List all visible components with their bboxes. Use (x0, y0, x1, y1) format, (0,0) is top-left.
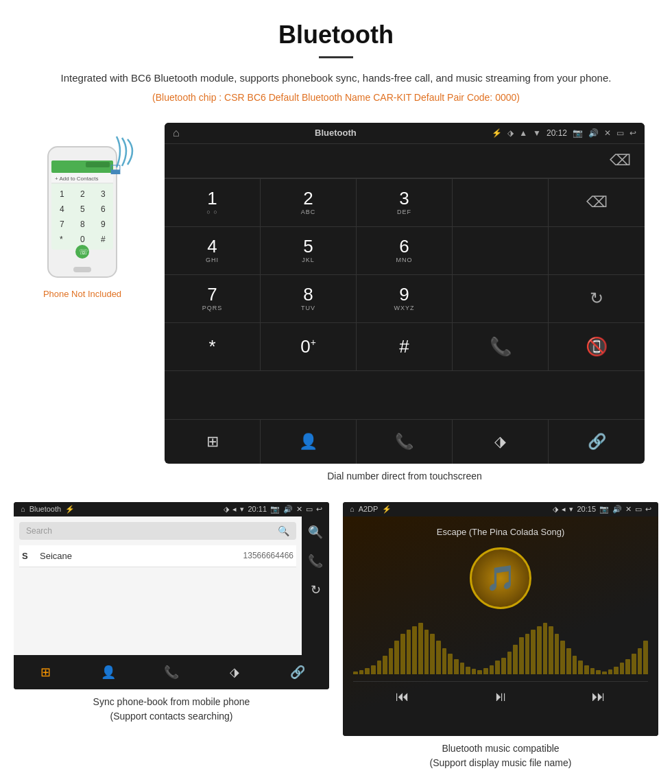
music-status-left: ⌂ A2DP ⚡ (350, 505, 392, 514)
action-bluetooth[interactable]: ⬗ (453, 420, 549, 464)
page-title: Bluetooth (14, 21, 658, 49)
svg-text:5: 5 (80, 204, 85, 214)
pb-win-icon[interactable]: ▭ (306, 505, 313, 514)
music-time: 20:15 (577, 505, 596, 513)
pb-app-name: Bluetooth (29, 505, 61, 513)
play-pause-button[interactable]: ⏯ (494, 689, 507, 704)
home-icon[interactable]: ⌂ (173, 127, 180, 139)
action-link[interactable]: 🔗 (549, 420, 645, 464)
key-backspace[interactable]: ⌫ (549, 179, 645, 227)
music-home-icon[interactable]: ⌂ (350, 505, 355, 513)
pb-body: Search 🔍 S Seicane 13566664466 (14, 516, 302, 655)
key-8[interactable]: 8 TUV (261, 275, 357, 323)
pb-contact-row[interactable]: S Seicane 13566664466 (19, 545, 296, 567)
svg-text:8: 8 (80, 219, 85, 229)
phonebook-caption: Sync phone-book from mobile phone (Suppo… (93, 695, 250, 724)
pb-btn-phone[interactable]: 📞 (140, 655, 203, 689)
pb-home-icon[interactable]: ⌂ (21, 505, 25, 513)
music-camera-icon[interactable]: 📷 (599, 505, 609, 514)
action-dialpad[interactable]: ⊞ (165, 420, 261, 464)
svg-text:6: 6 (101, 204, 106, 214)
pb-body-layout: Search 🔍 S Seicane 13566664466 🔍 📞 ↻ (14, 516, 329, 689)
pb-btn-bt[interactable]: ⬗ (203, 655, 266, 689)
music-win-icon[interactable]: ▭ (635, 505, 642, 514)
music-bt-icon: ⬗ (553, 505, 558, 514)
pb-back-icon[interactable]: ↩ (316, 505, 322, 514)
header-divider (319, 56, 353, 58)
pb-btn-dialpad[interactable]: ⊞ (14, 655, 77, 689)
key-call-red[interactable]: 📵 (549, 323, 645, 371)
pb-time: 20:11 (248, 505, 267, 513)
pb-loc-icon: ◂ (232, 505, 237, 514)
svg-text:4: 4 (60, 204, 64, 214)
next-button[interactable]: ⏭ (592, 689, 605, 704)
music-note-icon: 🎵 (485, 564, 516, 593)
key-0[interactable]: 0+ (261, 323, 357, 371)
close-icon[interactable]: ✕ (604, 128, 611, 138)
key-6[interactable]: 6 MNO (357, 227, 453, 275)
music-vol-icon[interactable]: 🔊 (612, 505, 622, 514)
phone-illustration-col: ⬓ + Add to Contacts 1 2 3 (14, 123, 151, 299)
svg-text:7: 7 (60, 219, 64, 229)
bottom-screenshots: ⌂ Bluetooth ⚡ ⬗ ◂ ▾ 20:11 📷 🔊 ✕ ▭ ↩ (0, 488, 672, 784)
key-7[interactable]: 7 PQRS (165, 275, 261, 323)
pb-btn-user[interactable]: 👤 (77, 655, 140, 689)
key-reload[interactable]: ↻ (549, 275, 645, 323)
pb-contact-name: Seicane (40, 551, 243, 561)
dial-caption: Dial number direct from touchscreen (327, 471, 482, 482)
phone-body: + Add to Contacts 1 2 3 4 5 6 7 8 9 * 0 … (45, 143, 120, 281)
music-visualizer (353, 619, 648, 674)
pb-contact-phone: 13566664466 (243, 551, 293, 560)
music-back-icon[interactable]: ↩ (645, 505, 651, 514)
key-3[interactable]: 3 DEF (357, 179, 453, 227)
status-right: ⚡ ⬗ ▲ ▼ 20:12 📷 🔊 ✕ ▭ ↩ (492, 128, 636, 138)
music-close-icon[interactable]: ✕ (625, 505, 632, 514)
usb-icon: ⚡ (492, 128, 502, 138)
music-app-name: A2DP (359, 505, 379, 513)
key-star[interactable]: * (165, 323, 261, 371)
key-4[interactable]: 4 GHI (165, 227, 261, 275)
pb-reload-right-icon[interactable]: ↻ (305, 580, 326, 600)
pb-vol-icon[interactable]: 🔊 (283, 505, 293, 514)
key-empty-2 (453, 227, 549, 275)
svg-text:1: 1 (60, 189, 64, 199)
status-time: 20:12 (547, 128, 567, 138)
key-call-green[interactable]: 📞 (453, 323, 549, 371)
prev-button[interactable]: ⏮ (396, 689, 409, 704)
key-empty-3 (549, 227, 645, 275)
camera-icon[interactable]: 📷 (573, 128, 583, 138)
backspace-button[interactable]: ⌫ (610, 152, 631, 169)
pb-search-right-icon[interactable]: 🔍 (302, 522, 328, 543)
pb-right-actions: 🔍 📞 ↻ (302, 516, 329, 655)
bottom-action-bar: ⊞ 👤 📞 ⬗ 🔗 (165, 419, 645, 464)
music-caption: Bluetooth music compatible (Support disp… (430, 741, 572, 770)
key-5[interactable]: 5 JKL (261, 227, 357, 275)
window-icon[interactable]: ▭ (616, 128, 624, 138)
volume-icon[interactable]: 🔊 (588, 128, 599, 138)
music-body: Escape (The Pina Colada Song) 🎵 ⏮ ⏯ ⏭ (343, 516, 658, 736)
key-empty-1 (453, 179, 549, 227)
pb-call-right-icon[interactable]: 📞 (302, 551, 328, 571)
status-app-name: Bluetooth (315, 128, 357, 138)
pb-search-bar[interactable]: Search 🔍 (19, 522, 296, 540)
action-contacts[interactable]: 👤 (261, 420, 357, 464)
dial-display-row: ⌫ (165, 144, 645, 178)
pb-camera-icon[interactable]: 📷 (270, 505, 280, 514)
search-icon[interactable]: 🔍 (278, 525, 289, 536)
music-wifi-icon: ▾ (569, 505, 573, 514)
key-9[interactable]: 9 WXYZ (357, 275, 453, 323)
back-icon[interactable]: ↩ (629, 128, 636, 138)
pb-wifi-icon: ▾ (240, 505, 244, 514)
pb-status-right: ⬗ ◂ ▾ 20:11 📷 🔊 ✕ ▭ ↩ (224, 505, 322, 514)
svg-text:☏: ☏ (79, 248, 88, 256)
pb-btn-link[interactable]: 🔗 (266, 655, 329, 689)
svg-text:+ Add to Contacts: + Add to Contacts (55, 176, 98, 182)
pb-close-icon[interactable]: ✕ (296, 505, 302, 514)
svg-text:0: 0 (80, 235, 85, 244)
key-1[interactable]: 1 ○ ○ (165, 179, 261, 227)
pb-status-left: ⌂ Bluetooth ⚡ (21, 505, 75, 514)
key-2[interactable]: 2 ABC (261, 179, 357, 227)
dial-screen: ⌂ Bluetooth ⚡ ⬗ ▲ ▼ 20:12 📷 🔊 ✕ ▭ ↩ (165, 123, 645, 464)
action-phone[interactable]: 📞 (357, 420, 453, 464)
key-hash[interactable]: # (357, 323, 453, 371)
